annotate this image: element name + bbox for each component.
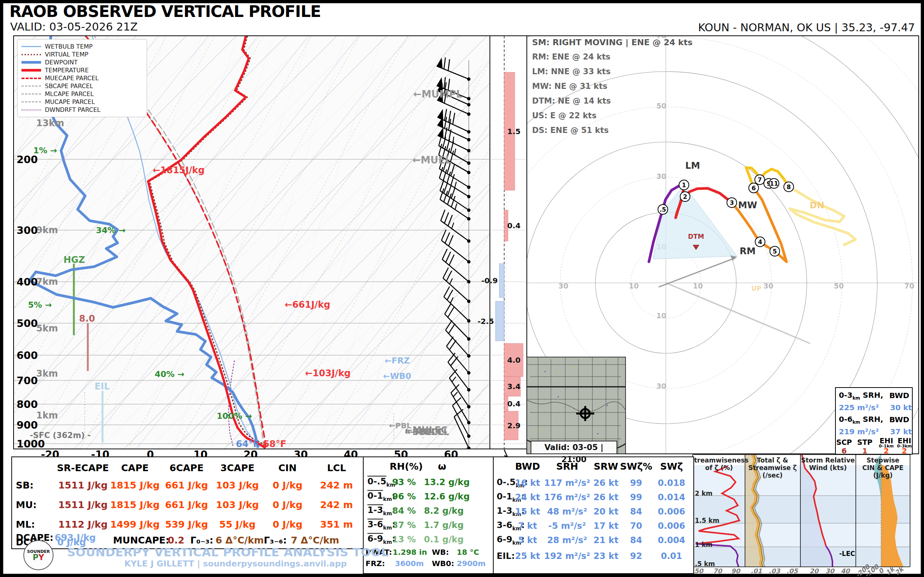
height-label-9km: 9km: [36, 225, 58, 235]
legend-line-sample: [21, 46, 41, 47]
kin-swz-pct: 84: [630, 535, 642, 545]
kin-srh: 192 m²/s²: [544, 551, 590, 561]
kin-bwd: 25 kt: [515, 551, 540, 561]
kin-row-label: EIL:: [497, 551, 515, 561]
annotation: 1% →: [33, 146, 57, 155]
footer-tool-name: SOUNDERPY VERTICAL PROFILE ANALYSIS TOOL: [67, 545, 389, 559]
omega-bar-value: -0.9: [481, 276, 498, 285]
wb0-value: 2900m: [457, 559, 486, 568]
kin-bwd: 5 kt: [518, 535, 537, 545]
pressure-label-600: 600: [16, 350, 38, 361]
svg-text:8: 8: [787, 184, 791, 190]
legend-item: MUCAPE PARCEL: [21, 98, 143, 106]
muncape-value: 0.2: [168, 535, 184, 546]
svg-text:1: 1: [682, 182, 686, 189]
panel-3-tick: 30: [825, 567, 834, 575]
legend-item-label: MUECAPE PARCEL: [45, 74, 99, 82]
annotation: 68°F: [263, 439, 286, 449]
bwd6-label: BWD: [889, 415, 909, 424]
omega-bar-value: 0.4: [507, 399, 520, 408]
annotation: 40% →: [155, 369, 185, 379]
raob-profile-page: 1.50.4-0.9-2.54.03.40.42.910305070103050…: [0, 0, 924, 577]
panel-2-tick: .05: [787, 567, 798, 575]
legend-item-label: DEWPOINT: [45, 59, 78, 66]
annotation: ←MULFC: [405, 425, 447, 435]
storm-motion-line: SM: RIGHT MOVING | ENE @ 24 kts: [532, 38, 693, 47]
legend-item: DEWPOINT: [21, 58, 143, 66]
kin-header-0: BWD: [515, 461, 540, 472]
legend-item: VIRTUAL TEMP: [21, 50, 143, 58]
panel-4-title: Stepwise: [866, 456, 899, 464]
footer-credit: KYLE J GILLETT | sounderpysoundings.anvi…: [124, 559, 347, 568]
page-title: RAOB OBSERVED VERTICAL PROFILE: [10, 2, 321, 21]
srh6-label: 0-6km SRH,: [839, 415, 883, 425]
station-info: KOUN - NORMAN, OK US | 35.23, -97.47: [698, 21, 915, 34]
annotation: ←1815J/kg: [153, 165, 205, 176]
omega-bar-value: 0.4: [507, 221, 520, 230]
kin-swz: 0.018: [658, 478, 685, 488]
annotation: 100% →: [216, 411, 252, 421]
rh-value: 13 %: [392, 534, 416, 544]
rh-row-label: 0-1km:: [367, 491, 395, 502]
panel-2-title: Streamwise ζ: [748, 464, 797, 472]
panel-3-title: Storm Relative: [801, 456, 855, 464]
hodo-label-lm: LM: [685, 160, 700, 171]
rh-value: 93 %: [392, 477, 416, 487]
thermo-header-6CAPE: 6CAPE: [170, 463, 204, 474]
legend-item: DWNDRFT PARCEL: [21, 106, 143, 114]
legend-line-sample: [21, 77, 41, 79]
thermo-value: 1815 J/kg: [110, 480, 159, 491]
frz-label: FRZ:: [365, 559, 385, 568]
kin-swz: 0.006: [658, 521, 685, 531]
svg-text:2: 2: [683, 193, 687, 200]
rh-value: 96 %: [392, 492, 416, 501]
kin-swz-pct: 84: [630, 506, 642, 516]
svg-text:30: 30: [656, 172, 666, 181]
thermo-value: 539 J/kg: [165, 519, 208, 530]
muncape-label: MUNCAPE:: [113, 535, 169, 546]
kin-srw: 17 kt: [593, 521, 619, 531]
gamma03-value: 6 Δ°C/km: [216, 535, 264, 546]
bwd3-label: BWD: [889, 391, 909, 400]
svg-text:10: 10: [656, 311, 666, 320]
wb-label: WB:: [432, 548, 449, 557]
height-label-7km: 7km: [36, 276, 58, 287]
thermo-value: 0 J/kg: [273, 480, 302, 491]
legend-item-label: MUCAPE PARCEL: [45, 98, 95, 105]
thermo-value: 661 J/kg: [165, 500, 208, 510]
thermo-value: 1511 J/kg: [58, 480, 107, 491]
srh3-value: 225 m²/s²: [839, 403, 879, 412]
height-label-13km: 13km: [36, 118, 64, 129]
kin-header-3: SWζ%: [620, 461, 652, 472]
panel-height-label: .5 km: [695, 560, 715, 567]
legend-item: WETBULB TEMP: [21, 43, 143, 50]
thermo-value: 1511 J/kg: [58, 500, 107, 510]
pressure-label-500: 500: [16, 318, 38, 329]
kin-srw: 26 kt: [593, 478, 619, 488]
scp-label: SCP: [836, 438, 852, 446]
map-valid-badge: Valid: 03-05 | 21:00: [531, 441, 617, 454]
svg-text:10: 10: [629, 282, 639, 290]
legend-item-label: MLCAPE PARCEL: [45, 90, 94, 98]
pressure-label-700: 700: [16, 375, 38, 387]
thermo-row-label: SB:: [16, 480, 34, 491]
thermo-value: 0 J/kg: [273, 519, 302, 530]
pwat-value: 1.298 in: [393, 548, 427, 557]
kin-bwd: 16 kt: [515, 478, 540, 488]
svg-text:30: 30: [559, 282, 568, 290]
omega-bar-value: -2.5: [477, 317, 494, 326]
frz-value: 3600m: [395, 559, 424, 568]
hodo-label-mw: MW: [738, 200, 757, 211]
thermo-row-label: ML:: [16, 519, 35, 530]
legend-line-sample: [21, 110, 41, 110]
omega-bar-value: 1.5: [507, 127, 520, 136]
panel-1-tick: 90: [731, 567, 740, 575]
legend-item: MLCAPE PARCEL: [21, 90, 143, 98]
rh-header: RH(%): [390, 461, 423, 472]
mixing-ratio-value: 0.1 g/kg: [424, 534, 464, 544]
storm-motion-line: DTM: NE @ 14 kts: [532, 97, 693, 105]
annotation: ←MUMPL: [414, 89, 462, 100]
bwd3-value: 30 kt: [890, 403, 912, 412]
gamma36-label: Γ₃₋₆:: [264, 535, 287, 546]
annotation: 8.0: [79, 313, 95, 324]
